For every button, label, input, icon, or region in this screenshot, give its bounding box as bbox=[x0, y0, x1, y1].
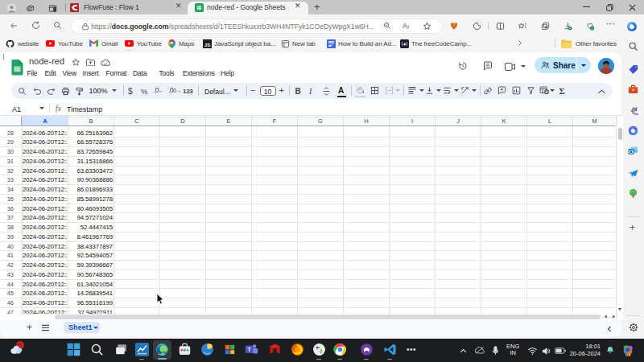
svg-text:JS: JS bbox=[204, 42, 209, 47]
